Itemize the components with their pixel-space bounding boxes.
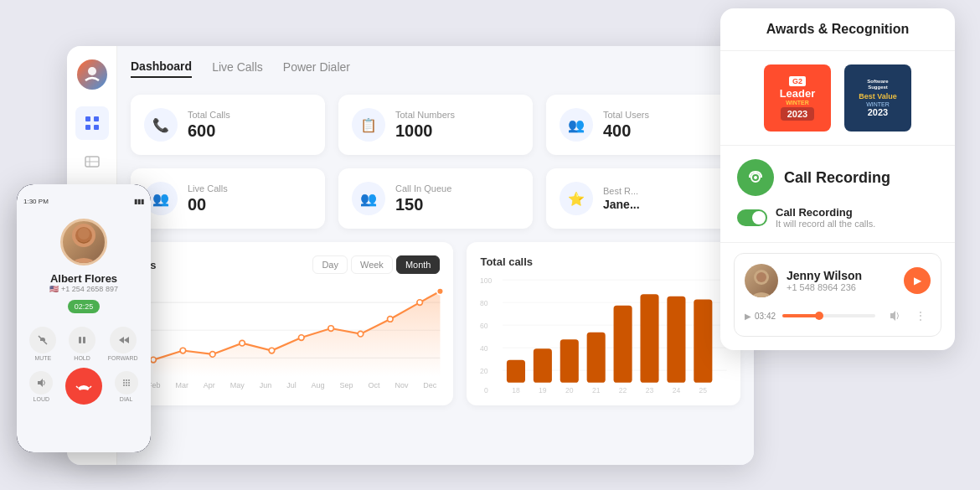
chart-toggle: Day Week Month — [312, 255, 440, 274]
dial-label: DIAL — [120, 396, 133, 402]
svg-point-22 — [417, 300, 423, 306]
g2-label: G2 — [789, 76, 806, 86]
users-icon: 👥 — [560, 108, 593, 142]
line-chart-card: es Day Week Month — [131, 242, 453, 405]
queue-icon: 👥 — [352, 182, 385, 215]
svg-point-62 — [128, 379, 130, 381]
stats-row-2: 👥 Live Calls 00 👥 Call In Queue 150 ⭐ Be… — [131, 168, 740, 229]
phone-screen: 1:30 PM ▮▮▮ Albert Flores 🇺🇸 +1 254 2658… — [17, 184, 151, 452]
svg-point-18 — [298, 335, 304, 341]
stats-row-1: 📞 Total Calls 600 📋 Total Numbers 1000 👥… — [131, 95, 740, 155]
jenny-progress-row: ▶ 03:42 ⋮ — [745, 306, 931, 326]
toggle-day[interactable]: Day — [312, 255, 348, 274]
more-options-icon[interactable]: ⋮ — [910, 306, 931, 326]
svg-rect-1 — [85, 116, 90, 121]
star-icon: ⭐ — [560, 182, 593, 215]
svg-point-64 — [126, 382, 127, 384]
month-mar: Mar — [175, 381, 188, 389]
software-suggest-badge: SoftwareSuggest Best Value WINTER 2023 — [844, 64, 911, 132]
numbers-icon: 📋 — [352, 108, 385, 142]
month-sep: Sep — [340, 381, 353, 389]
stat-total-numbers-label: Total Numbers — [395, 110, 455, 120]
progress-dot — [815, 312, 823, 320]
stat-total-users: 👥 Total Users 400 — [546, 95, 740, 155]
stat-best-performer-label: Best R... — [603, 186, 640, 196]
bar-chart-container: 100 80 60 40 20 0 — [480, 275, 727, 392]
volume-icon[interactable] — [885, 306, 905, 326]
bar-chart-title: Total calls — [480, 255, 727, 268]
hold-button[interactable]: HOLD — [69, 327, 95, 361]
dial-icon — [115, 371, 138, 395]
loud-icon — [29, 371, 53, 395]
call-recording-toggle-row: Call Recording It will record all the ca… — [737, 206, 938, 229]
month-may: May — [230, 381, 245, 389]
tab-dashboard[interactable]: Dashboard — [131, 59, 192, 78]
svg-rect-2 — [94, 116, 99, 121]
svg-rect-45 — [641, 294, 659, 383]
mute-button[interactable]: MUTE — [29, 327, 56, 361]
app-logo[interactable] — [77, 59, 107, 90]
hangup-button[interactable] — [65, 368, 102, 405]
month-aug: Aug — [312, 381, 325, 389]
phone-overlay: 1:30 PM ▮▮▮ Albert Flores 🇺🇸 +1 254 2658… — [17, 184, 151, 452]
toggle-label: Call Recording — [776, 206, 875, 219]
mute-icon — [29, 327, 56, 353]
svg-text:40: 40 — [480, 344, 488, 353]
svg-rect-55 — [79, 337, 81, 343]
svg-point-14 — [180, 348, 186, 353]
jenny-play-button[interactable]: ▶ — [904, 267, 931, 294]
svg-text:22: 22 — [619, 386, 627, 395]
svg-text:20: 20 — [480, 367, 488, 375]
phone-icon: 📞 — [144, 108, 178, 142]
svg-text:20: 20 — [565, 386, 574, 395]
svg-point-65 — [128, 382, 130, 384]
tab-power-dialer[interactable]: Power Dialer — [283, 60, 350, 77]
sidebar-item-dashboard[interactable] — [75, 106, 109, 140]
svg-point-53 — [78, 228, 90, 240]
jenny-header: Jenny Wilson +1 548 8964 236 ▶ — [745, 264, 931, 297]
call-recording-toggle[interactable] — [737, 209, 767, 226]
svg-text:60: 60 — [480, 322, 488, 330]
loud-button[interactable]: LOUD — [29, 371, 53, 402]
nav-tabs: Dashboard Live Calls Power Dialer — [131, 59, 740, 78]
month-oct: Oct — [368, 381, 379, 389]
progress-bar[interactable] — [782, 314, 875, 317]
line-chart-header: es Day Week Month — [144, 255, 440, 274]
hold-label: HOLD — [74, 355, 90, 361]
progress-fill — [782, 314, 819, 317]
stat-total-numbers-value: 1000 — [395, 121, 455, 141]
g2-year: 2023 — [781, 107, 814, 121]
svg-point-13 — [151, 357, 157, 363]
stat-call-in-queue: 👥 Call In Queue 150 — [338, 168, 533, 229]
svg-marker-57 — [38, 379, 43, 387]
svg-text:25: 25 — [699, 386, 708, 395]
jenny-info: Jenny Wilson +1 548 8964 236 — [787, 269, 895, 292]
tab-live-calls[interactable]: Live Calls — [212, 60, 263, 77]
hold-icon — [69, 327, 95, 353]
stat-best-performer: ⭐ Best R... Jane... — [546, 168, 740, 229]
main-content: Dashboard Live Calls Power Dialer 📞 Tota… — [117, 46, 754, 465]
stat-live-calls-label: Live Calls — [188, 183, 228, 193]
svg-rect-39 — [560, 339, 579, 383]
svg-point-67 — [126, 384, 127, 386]
svg-point-16 — [240, 340, 245, 346]
svg-point-0 — [88, 67, 96, 75]
jenny-name: Jenny Wilson — [787, 269, 895, 282]
sidebar-item-calls[interactable] — [75, 147, 109, 180]
g2-leader-badge: G2 Leader WINTER 2023 — [764, 64, 831, 132]
svg-rect-3 — [85, 125, 90, 130]
forward-icon — [110, 327, 137, 353]
ss-year: 2023 — [868, 107, 888, 117]
svg-point-17 — [269, 348, 275, 353]
toggle-month[interactable]: Month — [396, 255, 441, 274]
svg-line-58 — [76, 386, 78, 388]
toggle-desc: It will record all the calls. — [776, 219, 875, 229]
svg-point-66 — [123, 384, 125, 386]
phone-battery: ▮▮▮ — [134, 198, 144, 205]
month-apr: Apr — [204, 381, 215, 389]
forward-button[interactable]: FORWARD — [108, 327, 138, 361]
dial-button[interactable]: DIAL — [115, 371, 138, 402]
play-icon[interactable]: ▶ — [745, 312, 751, 321]
toggle-week[interactable]: Week — [351, 255, 393, 274]
svg-rect-41 — [587, 333, 606, 383]
